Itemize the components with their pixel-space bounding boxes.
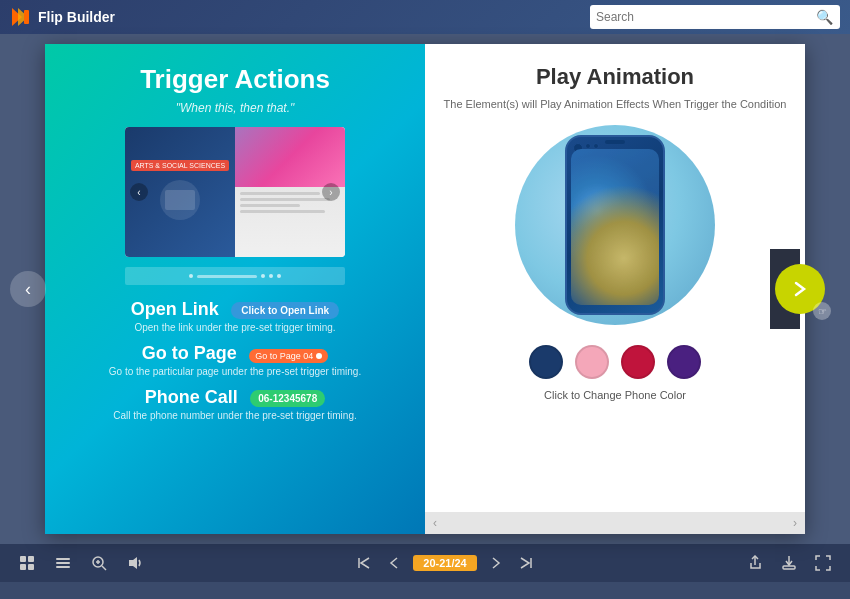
svg-rect-11 [56, 566, 70, 568]
logo-icon [10, 6, 32, 28]
right-page-desc: The Element(s) will Play Animation Effec… [444, 98, 787, 110]
book-bottom-nav: ‹ › [425, 512, 805, 534]
right-caption: Click to Change Phone Color [544, 389, 686, 401]
phone-screen [571, 149, 659, 305]
last-page-icon [519, 556, 533, 570]
toolbar-dot-3 [269, 274, 273, 278]
left-page-subtitle: "When this, then that." [176, 101, 295, 115]
phone-call-desc: Call the phone number under the pre-set … [60, 410, 410, 421]
toolbar-dot [189, 274, 193, 278]
svg-marker-16 [129, 557, 137, 569]
page-number-display: 20-21/24 [413, 555, 476, 571]
sound-icon [127, 555, 143, 571]
toolbar-center: 20-21/24 [353, 552, 536, 574]
nav-right-area: ☞ [770, 249, 850, 329]
color-swatches [529, 345, 701, 379]
go-to-page-desc: Go to the particular page under the pre-… [60, 366, 410, 377]
svg-rect-7 [20, 564, 26, 570]
last-page-button[interactable] [515, 552, 537, 574]
sound-button[interactable] [123, 551, 147, 575]
grid-view-button[interactable] [15, 551, 39, 575]
book-mini-toolbar [125, 267, 345, 285]
swatch-pink[interactable] [575, 345, 609, 379]
swatch-purple[interactable] [667, 345, 701, 379]
book-spread: Trigger Actions "When this, then that." … [45, 44, 805, 534]
nav-next-button[interactable]: ☞ [775, 264, 825, 314]
toolbar-dot-2 [261, 274, 265, 278]
phone-screen-gradient [571, 149, 659, 305]
go-to-page-title: Go to Page [142, 343, 237, 364]
left-page: Trigger Actions "When this, then that." … [45, 44, 425, 534]
zoom-icon [91, 555, 107, 571]
svg-line-13 [102, 566, 106, 570]
nav-prev-button[interactable]: ‹ [10, 271, 46, 307]
header: Flip Builder 🔍 [0, 0, 850, 34]
share-button[interactable] [743, 551, 767, 575]
phone-call-title: Phone Call [145, 387, 238, 408]
book-area: ‹ Trigger Actions "When this, then that.… [0, 34, 850, 544]
svg-rect-4 [165, 190, 195, 210]
cursor-icon: ☞ [813, 302, 831, 320]
phone-circle [515, 125, 715, 325]
prev-page-button[interactable] [383, 552, 405, 574]
next-page-button[interactable] [485, 552, 507, 574]
next-arrow-icon [790, 279, 810, 299]
open-link-action: Open Link Click to Open Link Open the li… [60, 299, 410, 333]
first-page-button[interactable] [353, 552, 375, 574]
first-page-icon [357, 556, 371, 570]
book-preview: ARTS & SOCIAL SCIENCES [125, 127, 345, 257]
logo-text: Flip Builder [38, 9, 115, 25]
svg-rect-9 [56, 558, 70, 560]
logo-area: Flip Builder [10, 6, 115, 28]
right-page: Play Animation The Element(s) will Play … [425, 44, 805, 534]
svg-rect-10 [56, 562, 70, 564]
svg-rect-6 [28, 556, 34, 562]
book-tag: ARTS & SOCIAL SCIENCES [131, 160, 229, 171]
zoom-button[interactable] [87, 551, 111, 575]
bottom-toolbar: 20-21/24 [0, 544, 850, 582]
toolbar-left [15, 551, 147, 575]
swatch-navy[interactable] [529, 345, 563, 379]
fullscreen-icon [815, 555, 831, 571]
share-icon [747, 555, 763, 571]
open-link-title: Open Link [131, 299, 219, 320]
book-next-button[interactable]: › [322, 183, 340, 201]
phone-notch [605, 140, 625, 144]
go-to-page-action: Go to Page Go to Page 04 Go to the parti… [60, 343, 410, 377]
download-icon [781, 555, 797, 571]
page-dot [316, 353, 322, 359]
grid-icon [19, 555, 35, 571]
right-page-title: Play Animation [536, 64, 694, 90]
phone-mockup [565, 135, 665, 315]
fullscreen-button[interactable] [811, 551, 835, 575]
open-link-button[interactable]: Click to Open Link [231, 302, 339, 319]
search-box[interactable]: 🔍 [590, 5, 840, 29]
prev-page-icon [387, 556, 401, 570]
book-bottom-prev[interactable]: ‹ [433, 516, 437, 530]
book-preview-illustration [155, 175, 205, 225]
next-page-icon [489, 556, 503, 570]
toolbar-dot-4 [277, 274, 281, 278]
book-bottom-next[interactable]: › [793, 516, 797, 530]
search-input[interactable] [596, 10, 816, 24]
book-prev-button[interactable]: ‹ [130, 183, 148, 201]
toolbar-right [743, 551, 835, 575]
toolbar-bar [197, 275, 257, 278]
svg-rect-8 [28, 564, 34, 570]
list-view-button[interactable] [51, 551, 75, 575]
svg-rect-5 [20, 556, 26, 562]
svg-rect-2 [24, 10, 29, 24]
go-to-page-indicator[interactable]: Go to Page 04 [249, 349, 328, 363]
swatch-crimson[interactable] [621, 345, 655, 379]
list-icon [55, 555, 71, 571]
phone-call-button[interactable]: 06-12345678 [250, 390, 325, 407]
page-indicator-label: Go to Page 04 [255, 351, 313, 361]
open-link-desc: Open the link under the pre-set trigger … [60, 322, 410, 333]
phone-call-action: Phone Call 06-12345678 Call the phone nu… [60, 387, 410, 421]
left-page-title: Trigger Actions [140, 64, 330, 95]
download-button[interactable] [777, 551, 801, 575]
search-icon: 🔍 [816, 9, 833, 25]
svg-rect-19 [783, 566, 795, 569]
